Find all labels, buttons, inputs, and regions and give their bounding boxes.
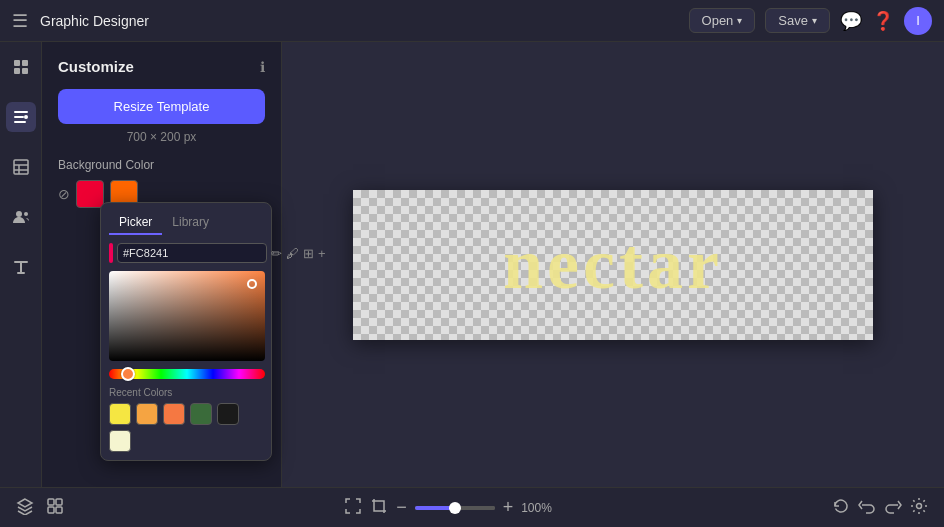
app-title: Graphic Designer <box>40 13 677 29</box>
svg-rect-12 <box>56 499 62 505</box>
bottom-bar: − + 100% <box>0 487 944 527</box>
hue-handle[interactable] <box>121 367 135 381</box>
redo-button[interactable] <box>884 497 902 519</box>
tab-picker[interactable]: Picker <box>109 211 162 235</box>
recent-swatch-5[interactable] <box>109 430 131 452</box>
hex-input[interactable] <box>117 243 267 263</box>
gradient-handle[interactable] <box>247 279 257 289</box>
svg-point-9 <box>16 211 22 217</box>
grid-icon[interactable]: ⊞ <box>303 246 314 261</box>
hex-color-swatch[interactable] <box>109 243 113 263</box>
bottom-right <box>832 497 928 519</box>
avatar[interactable]: I <box>904 7 932 35</box>
zoom-slider[interactable] <box>415 506 495 510</box>
info-icon[interactable]: ℹ <box>260 59 265 75</box>
panel-title: Customize <box>58 58 134 75</box>
hex-tools: ✏ 🖋 ⊞ + <box>271 246 326 261</box>
fit-screen-button[interactable] <box>344 497 362 519</box>
topbar-right: Open ▾ Save ▾ 💬 ❓ I <box>689 7 932 35</box>
canvas-wrapper[interactable]: nectar <box>353 190 873 340</box>
tab-library[interactable]: Library <box>162 211 219 235</box>
svg-rect-13 <box>48 507 54 513</box>
menu-icon[interactable]: ☰ <box>12 10 28 32</box>
edit-icon[interactable]: ✏ <box>271 246 282 261</box>
recent-colors-label: Recent Colors <box>109 387 263 398</box>
recent-swatch-2[interactable] <box>163 403 185 425</box>
svg-point-4 <box>24 115 28 119</box>
svg-rect-0 <box>14 60 20 66</box>
svg-rect-11 <box>48 499 54 505</box>
color-swatch-red[interactable] <box>76 180 104 208</box>
zoom-percent: 100% <box>521 501 552 515</box>
text-icon[interactable] <box>6 252 36 282</box>
people-icon[interactable] <box>6 202 36 232</box>
recent-swatch-4[interactable] <box>217 403 239 425</box>
crop-button[interactable] <box>370 497 388 519</box>
open-button[interactable]: Open ▾ <box>689 8 756 33</box>
chat-icon[interactable]: 💬 <box>840 10 862 32</box>
svg-rect-14 <box>56 507 62 513</box>
svg-point-15 <box>916 503 921 508</box>
templates-icon[interactable] <box>6 52 36 82</box>
recent-swatch-3[interactable] <box>190 403 212 425</box>
svg-rect-5 <box>14 160 28 174</box>
zoom-out-button[interactable]: − <box>396 497 407 518</box>
save-button[interactable]: Save ▾ <box>765 8 830 33</box>
history-icon[interactable] <box>832 497 850 519</box>
zoom-in-button[interactable]: + <box>503 497 514 518</box>
svg-point-10 <box>24 212 28 216</box>
recent-colors <box>109 403 263 452</box>
hue-slider[interactable] <box>109 369 265 379</box>
grid-view-button[interactable] <box>46 497 64 519</box>
svg-rect-2 <box>14 68 20 74</box>
settings-button[interactable] <box>910 497 928 519</box>
topbar: ☰ Graphic Designer Open ▾ Save ▾ 💬 ❓ I <box>0 0 944 42</box>
help-icon[interactable]: ❓ <box>872 10 894 32</box>
color-picker-popup: Picker Library ✏ 🖋 ⊞ + Recent Colors <box>100 202 272 461</box>
resize-template-button[interactable]: Resize Template <box>58 89 265 124</box>
canvas-checkerboard: nectar <box>353 190 873 340</box>
svg-rect-3 <box>22 68 28 74</box>
layers-button[interactable] <box>16 497 34 519</box>
bottom-left <box>16 497 64 519</box>
bottom-center: − + 100% <box>344 497 552 519</box>
table-icon[interactable] <box>6 152 36 182</box>
left-icon-bar <box>0 42 42 487</box>
bg-color-section: Background Color ⊘ <box>58 158 265 208</box>
picker-tabs: Picker Library <box>109 211 263 235</box>
color-gradient[interactable] <box>109 271 265 361</box>
customize-panel: Customize ℹ Resize Template 700 × 200 px… <box>42 42 282 487</box>
eraser-icon[interactable]: ⊘ <box>58 186 70 202</box>
bg-color-label: Background Color <box>58 158 265 172</box>
canvas-area: nectar <box>282 42 944 487</box>
recent-swatch-0[interactable] <box>109 403 131 425</box>
hex-row: ✏ 🖋 ⊞ + <box>109 243 263 263</box>
svg-rect-1 <box>22 60 28 66</box>
canvas-size-label: 700 × 200 px <box>58 130 265 144</box>
main-area: Customize ℹ Resize Template 700 × 200 px… <box>0 42 944 487</box>
recent-swatch-1[interactable] <box>136 403 158 425</box>
eyedropper-icon[interactable]: 🖋 <box>286 246 299 261</box>
panel-header: Customize ℹ <box>58 58 265 75</box>
customize-icon[interactable] <box>6 102 36 132</box>
canvas-text: nectar <box>503 223 723 306</box>
zoom-handle[interactable] <box>449 502 461 514</box>
undo-button[interactable] <box>858 497 876 519</box>
add-icon[interactable]: + <box>318 246 326 261</box>
